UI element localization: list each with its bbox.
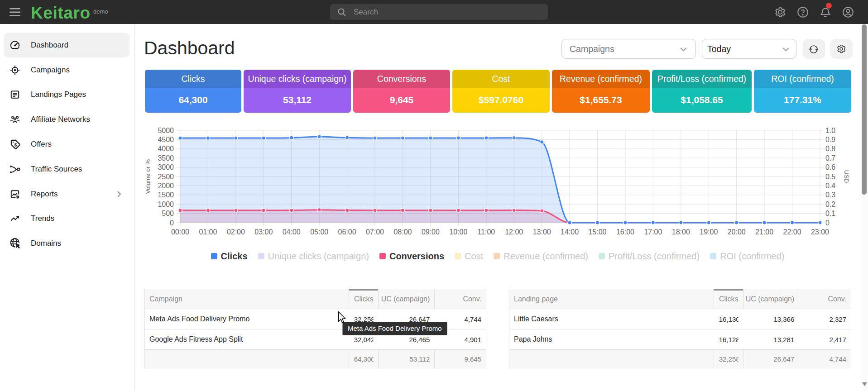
svg-text:16:00: 16:00 [616, 228, 634, 236]
svg-text:11:00: 11:00 [477, 228, 495, 236]
svg-text:12:00: 12:00 [505, 228, 523, 236]
svg-text:5000: 5000 [158, 127, 174, 134]
svg-text:17:00: 17:00 [644, 228, 662, 236]
svg-text:18:00: 18:00 [672, 228, 690, 236]
svg-text:4000: 4000 [158, 145, 174, 153]
svg-text:0.3: 0.3 [825, 191, 835, 199]
svg-text:500: 500 [162, 210, 174, 217]
svg-text:01:00: 01:00 [199, 228, 217, 236]
svg-text:09:00: 09:00 [422, 228, 440, 236]
svg-text:14:00: 14:00 [561, 228, 579, 236]
svg-text:0.9: 0.9 [825, 136, 835, 143]
svg-text:1.0: 1.0 [825, 127, 835, 134]
svg-text:06:00: 06:00 [338, 228, 356, 236]
svg-text:04:00: 04:00 [283, 228, 301, 236]
svg-text:0.1: 0.1 [825, 210, 835, 217]
svg-text:08:00: 08:00 [393, 228, 412, 236]
svg-text:03:00: 03:00 [254, 228, 273, 236]
svg-text:02:00: 02:00 [227, 228, 245, 236]
svg-text:0: 0 [825, 219, 830, 227]
svg-text:00:00: 00:00 [171, 228, 189, 236]
svg-text:21:00: 21:00 [755, 228, 773, 236]
svg-text:3000: 3000 [158, 163, 174, 171]
svg-text:20:00: 20:00 [728, 228, 746, 236]
svg-text:0.5: 0.5 [825, 173, 835, 181]
svg-text:23:00: 23:00 [811, 228, 829, 236]
svg-text:22:00: 22:00 [783, 228, 801, 236]
svg-text:07:00: 07:00 [366, 228, 384, 236]
svg-text:0: 0 [170, 219, 174, 227]
svg-text:2000: 2000 [158, 182, 174, 190]
svg-text:USD: USD [843, 170, 850, 183]
svg-text:0.7: 0.7 [825, 154, 835, 162]
svg-text:19:00: 19:00 [700, 228, 718, 236]
svg-text:4500: 4500 [158, 136, 174, 143]
svg-text:0.4: 0.4 [825, 182, 835, 190]
svg-text:1500: 1500 [158, 191, 174, 199]
svg-text:0.2: 0.2 [825, 200, 835, 208]
svg-text:0.8: 0.8 [825, 145, 835, 153]
svg-text:0.6: 0.6 [825, 163, 835, 171]
svg-text:05:00: 05:00 [310, 228, 328, 236]
svg-text:15:00: 15:00 [588, 228, 606, 236]
svg-text:2500: 2500 [158, 173, 174, 181]
svg-text:Volume or %: Volume or % [144, 159, 151, 194]
svg-text:13:00: 13:00 [533, 228, 551, 236]
svg-text:3500: 3500 [158, 154, 174, 162]
svg-text:10:00: 10:00 [449, 228, 467, 236]
svg-text:1000: 1000 [158, 200, 174, 208]
svg-text:$: $ [14, 142, 17, 148]
